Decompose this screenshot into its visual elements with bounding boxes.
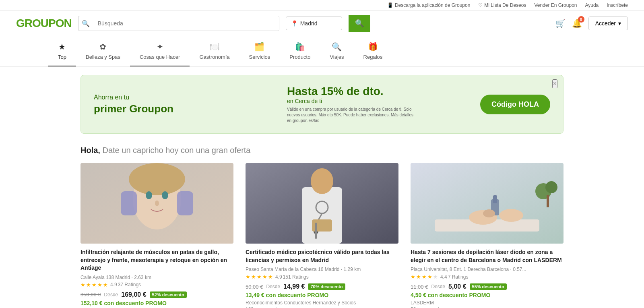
svg-point-23 [545, 181, 557, 193]
greeting-text: Date un capricho hoy con una gran oferta [100, 146, 251, 155]
banner-fine-print: Válido en una compra por usuario de la c… [287, 107, 416, 124]
signup-link[interactable]: Inscríbete [607, 2, 628, 8]
activity-icon: ✦ [157, 42, 163, 52]
product-image-1 [80, 163, 233, 244]
bought-2: 100+ comprados [246, 306, 398, 308]
star-3: ★ [92, 282, 97, 288]
svg-point-18 [499, 209, 523, 222]
search-icon: 🔍 [355, 19, 364, 28]
product-image-3 [411, 163, 564, 244]
product-location-3: Plaça Universitat, 8 Ent. 1 Derecha Barc… [411, 267, 564, 272]
banner-middle: Hasta 15% de dto. en Cerca de ti Válido … [287, 85, 464, 124]
product-card-3[interactable]: Hasta 7 sesiones de depilación láser dio… [411, 163, 564, 308]
svg-rect-24 [547, 195, 549, 207]
nav-item-cosas[interactable]: ✦ Cosas que Hacer [130, 36, 190, 66]
promo-price-2: 13,49 € con descuento PROMO [246, 292, 398, 298]
banner-subtitle: en Cerca de ti [287, 98, 464, 104]
product-icon: 🛍️ [295, 42, 305, 52]
old-price-2: 50,00 € [246, 284, 263, 290]
product-image-svg-3 [411, 163, 564, 244]
svg-point-2 [129, 163, 185, 195]
logo[interactable]: GROUPON [16, 17, 72, 30]
search-button[interactable]: 🔍 [349, 15, 370, 32]
greeting-bold: Hola, [80, 146, 100, 155]
top-bar: 📱 Descarga la aplicación de Groupon ♡ Mi… [0, 0, 644, 11]
help-link[interactable]: Ayuda [585, 2, 599, 8]
product-card-1[interactable]: Infiltración relajante de músculos en pa… [80, 163, 233, 308]
star-icon: ★ [58, 42, 66, 52]
new-price-3: 5,00 € [448, 283, 466, 290]
new-price-2: 14,99 € [283, 283, 305, 290]
search-bar: 🔍 [78, 16, 279, 31]
nav-item-belleza[interactable]: ✿ Belleza y Spas [76, 36, 130, 66]
search-icon-inside: 🔍 [78, 20, 93, 27]
desde-3: Desde [431, 284, 445, 289]
acceder-button[interactable]: Acceder ▾ [588, 17, 628, 30]
signup-label: Inscríbete [607, 2, 628, 8]
star-1: ★ [80, 282, 85, 288]
desde-1: Desde [104, 292, 118, 298]
location-bar[interactable]: 📍 Madrid [286, 17, 342, 30]
greeting: Hola, Date un capricho hoy con una gran … [0, 142, 644, 163]
ratings-label-3: 7 Ratings [448, 274, 469, 280]
phone-icon: 📱 [387, 2, 393, 8]
product-image-2 [246, 163, 398, 244]
banner-code-button[interactable]: Código HOLA [480, 95, 550, 114]
nav-label-viajes: Viajes [330, 54, 344, 60]
banner-code-value: HOLA [518, 100, 539, 108]
gift-icon: 🎁 [368, 42, 378, 52]
download-app-label: Descarga la aplicación de Groupon [395, 2, 470, 8]
help-label: Ayuda [585, 2, 599, 8]
cart-icon[interactable]: 🛒 [555, 19, 566, 28]
product-title-1: Infiltración relajante de músculos en pa… [80, 248, 233, 272]
star-2-1: ★ [246, 274, 250, 280]
svg-point-12 [311, 168, 333, 194]
svg-point-7 [155, 201, 159, 206]
product-location-2: Paseo Santa María de la Cabeza 16 Madrid… [246, 267, 398, 272]
star-2-5: ★ [268, 274, 273, 280]
product-title-2: Certificado médico psicotécnico válido p… [246, 248, 398, 264]
star-3-4: ★ [427, 274, 432, 280]
svg-point-3 [146, 191, 152, 199]
product-card-2[interactable]: Certificado médico psicotécnico válido p… [246, 163, 398, 308]
product-image-svg-1 [80, 163, 233, 244]
nav-item-servicios[interactable]: 🗂️ Servicios [239, 36, 280, 66]
nav-item-viajes[interactable]: 🔍 Viajes [320, 36, 353, 66]
rating-number-2: 4.9 [275, 274, 282, 280]
notification-badge: 0 [578, 16, 584, 23]
product-stars-1: ★ ★ ★ ★ ★ 4.9 37 Ratings [80, 282, 233, 288]
sell-link[interactable]: Vender En Groupon [534, 2, 577, 8]
old-price-1: 350,00 € [80, 291, 101, 298]
svg-rect-6 [177, 191, 193, 215]
nav-label-belleza: Belleza y Spas [86, 54, 120, 60]
price-row-1: 350,00 € Desde 169,00 € 52% descuento [80, 291, 233, 298]
product-location-1: Calle Ayala 138 Madrid · 2.63 km [80, 275, 233, 280]
discount-badge-3: 55% descuento [470, 283, 507, 290]
svg-rect-20 [493, 195, 497, 203]
bell-icon[interactable]: 🔔 0 [572, 19, 582, 28]
product-stars-3: ★ ★ ★ ★ ★ 4.4 7 Ratings [411, 274, 564, 280]
download-app-link[interactable]: 📱 Descarga la aplicación de Groupon [387, 2, 470, 8]
location-pin-icon: 📍 [291, 20, 298, 27]
discount-badge-2: 70% descuento [308, 283, 345, 290]
search-input[interactable] [93, 16, 279, 31]
nav: ★ Top ✿ Belleza y Spas ✦ Cosas que Hacer… [0, 36, 644, 67]
star-3-2: ★ [416, 274, 421, 280]
food-icon: 🍽️ [210, 42, 220, 52]
wishlist-link[interactable]: ♡ Mi Lista De Deseos [478, 2, 526, 8]
promo-price-3: 4,50 € con descuento PROMO [411, 292, 564, 298]
star-2-2: ★ [251, 274, 256, 280]
sell-label: Vender En Groupon [534, 2, 577, 8]
banner-discount: Hasta 15% de dto. [287, 85, 464, 98]
provider-2: Reconocimientos Conductores Hernandez y … [246, 300, 398, 306]
promo-price-1: 152,10 € con descuento PROMO [80, 300, 233, 306]
star-half-1: ★ [103, 282, 108, 288]
price-row-2: 50,00 € Desde 14,99 € 70% descuento [246, 283, 398, 290]
svg-point-21 [483, 209, 495, 217]
banner-close-button[interactable]: × [552, 79, 557, 88]
nav-item-producto[interactable]: 🛍️ Producto [280, 36, 320, 66]
star-2-3: ★ [257, 274, 262, 280]
nav-item-top[interactable]: ★ Top [48, 36, 76, 66]
nav-item-regalos[interactable]: 🎁 Regalos [354, 36, 392, 66]
nav-item-gastronomia[interactable]: 🍽️ Gastronomía [190, 36, 239, 66]
